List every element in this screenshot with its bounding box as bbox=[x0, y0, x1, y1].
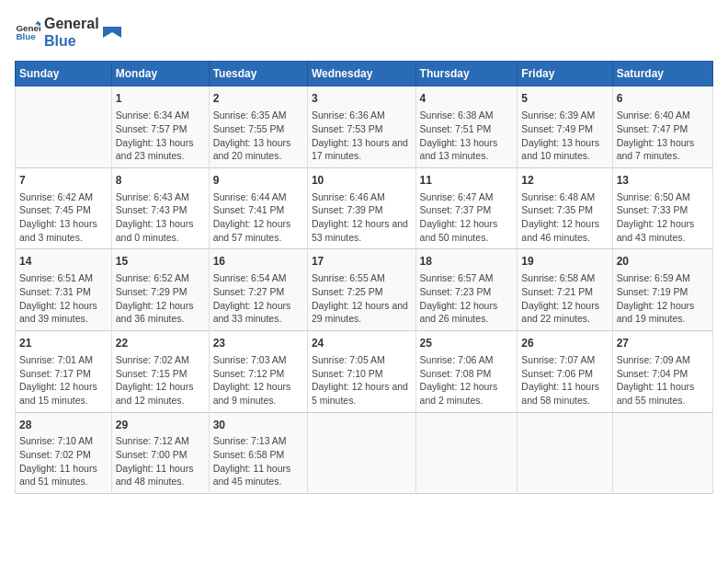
day-number: 5 bbox=[521, 91, 608, 107]
day-content: Sunrise: 7:10 AM Sunset: 7:02 PM Dayligh… bbox=[19, 434, 108, 488]
header-sunday: Sunday bbox=[16, 62, 112, 86]
day-content: Sunrise: 7:05 AM Sunset: 7:10 PM Dayligh… bbox=[312, 353, 412, 408]
day-content: Sunrise: 6:59 AM Sunset: 7:19 PM Dayligh… bbox=[617, 271, 709, 326]
calendar-cell: 5Sunrise: 6:39 AM Sunset: 7:49 PM Daylig… bbox=[518, 86, 612, 168]
day-number: 7 bbox=[19, 173, 108, 189]
logo-general: General bbox=[44, 15, 99, 32]
day-number: 24 bbox=[312, 336, 412, 351]
calendar-cell: 22Sunrise: 7:02 AM Sunset: 7:15 PM Dayli… bbox=[111, 331, 209, 413]
svg-text:Blue: Blue bbox=[16, 32, 36, 42]
day-number: 1 bbox=[116, 91, 205, 107]
day-number: 15 bbox=[116, 254, 205, 270]
day-number: 2 bbox=[213, 91, 303, 107]
calendar-cell: 23Sunrise: 7:03 AM Sunset: 7:12 PM Dayli… bbox=[209, 331, 307, 413]
day-content: Sunrise: 7:06 AM Sunset: 7:08 PM Dayligh… bbox=[420, 353, 514, 408]
calendar-cell: 3Sunrise: 6:36 AM Sunset: 7:53 PM Daylig… bbox=[307, 86, 415, 168]
day-content: Sunrise: 6:36 AM Sunset: 7:53 PM Dayligh… bbox=[312, 109, 412, 163]
calendar-cell: 16Sunrise: 6:54 AM Sunset: 7:27 PM Dayli… bbox=[209, 249, 307, 331]
day-number: 9 bbox=[213, 173, 303, 189]
day-content: Sunrise: 6:48 AM Sunset: 7:35 PM Dayligh… bbox=[521, 190, 608, 245]
day-number: 26 bbox=[521, 336, 608, 351]
calendar-cell: 15Sunrise: 6:52 AM Sunset: 7:29 PM Dayli… bbox=[111, 249, 209, 331]
calendar-cell: 14Sunrise: 6:51 AM Sunset: 7:31 PM Dayli… bbox=[16, 249, 112, 331]
calendar-cell: 24Sunrise: 7:05 AM Sunset: 7:10 PM Dayli… bbox=[307, 331, 415, 413]
day-number: 18 bbox=[420, 254, 514, 270]
day-content: Sunrise: 6:38 AM Sunset: 7:51 PM Dayligh… bbox=[420, 109, 514, 163]
day-number: 16 bbox=[213, 254, 303, 270]
calendar-cell: 1Sunrise: 6:34 AM Sunset: 7:57 PM Daylig… bbox=[111, 86, 209, 168]
day-number: 27 bbox=[617, 336, 709, 351]
day-content: Sunrise: 6:51 AM Sunset: 7:31 PM Dayligh… bbox=[19, 271, 108, 326]
calendar-cell: 28Sunrise: 7:10 AM Sunset: 7:02 PM Dayli… bbox=[16, 412, 112, 494]
day-content: Sunrise: 7:03 AM Sunset: 7:12 PM Dayligh… bbox=[213, 353, 303, 408]
calendar-cell: 26Sunrise: 7:07 AM Sunset: 7:06 PM Dayli… bbox=[518, 331, 612, 413]
calendar-cell bbox=[307, 412, 415, 494]
day-number: 6 bbox=[617, 91, 709, 107]
day-content: Sunrise: 6:35 AM Sunset: 7:55 PM Dayligh… bbox=[213, 109, 303, 163]
day-number: 19 bbox=[521, 254, 608, 270]
calendar-cell: 7Sunrise: 6:42 AM Sunset: 7:45 PM Daylig… bbox=[16, 167, 112, 249]
calendar-cell bbox=[612, 412, 712, 494]
day-content: Sunrise: 7:09 AM Sunset: 7:04 PM Dayligh… bbox=[617, 353, 709, 408]
day-content: Sunrise: 6:39 AM Sunset: 7:49 PM Dayligh… bbox=[521, 109, 608, 163]
calendar-cell bbox=[518, 412, 612, 494]
svg-marker-4 bbox=[103, 27, 121, 38]
calendar-cell: 20Sunrise: 6:59 AM Sunset: 7:19 PM Dayli… bbox=[612, 249, 712, 331]
calendar-cell: 29Sunrise: 7:12 AM Sunset: 7:00 PM Dayli… bbox=[111, 412, 209, 494]
calendar-cell: 6Sunrise: 6:40 AM Sunset: 7:47 PM Daylig… bbox=[612, 86, 712, 168]
calendar-cell: 2Sunrise: 6:35 AM Sunset: 7:55 PM Daylig… bbox=[209, 86, 307, 168]
day-content: Sunrise: 6:47 AM Sunset: 7:37 PM Dayligh… bbox=[420, 190, 514, 245]
day-number: 3 bbox=[312, 91, 412, 107]
header-wednesday: Wednesday bbox=[307, 62, 415, 86]
day-content: Sunrise: 6:40 AM Sunset: 7:47 PM Dayligh… bbox=[617, 109, 709, 163]
day-content: Sunrise: 6:46 AM Sunset: 7:39 PM Dayligh… bbox=[312, 190, 412, 245]
calendar-cell: 27Sunrise: 7:09 AM Sunset: 7:04 PM Dayli… bbox=[612, 331, 712, 413]
header-thursday: Thursday bbox=[415, 62, 518, 86]
day-content: Sunrise: 6:57 AM Sunset: 7:23 PM Dayligh… bbox=[420, 271, 514, 326]
calendar-week-row: 1Sunrise: 6:34 AM Sunset: 7:57 PM Daylig… bbox=[16, 86, 713, 168]
day-content: Sunrise: 6:54 AM Sunset: 7:27 PM Dayligh… bbox=[213, 271, 303, 326]
calendar-cell: 18Sunrise: 6:57 AM Sunset: 7:23 PM Dayli… bbox=[415, 249, 518, 331]
calendar-cell: 8Sunrise: 6:43 AM Sunset: 7:43 PM Daylig… bbox=[111, 167, 209, 249]
day-number: 28 bbox=[19, 418, 108, 433]
calendar-cell: 21Sunrise: 7:01 AM Sunset: 7:17 PM Dayli… bbox=[16, 331, 112, 413]
day-content: Sunrise: 6:44 AM Sunset: 7:41 PM Dayligh… bbox=[213, 190, 303, 245]
day-number: 14 bbox=[19, 254, 108, 270]
day-number: 29 bbox=[116, 418, 205, 433]
calendar-cell: 13Sunrise: 6:50 AM Sunset: 7:33 PM Dayli… bbox=[612, 167, 712, 249]
day-content: Sunrise: 7:02 AM Sunset: 7:15 PM Dayligh… bbox=[116, 353, 205, 408]
header-monday: Monday bbox=[111, 62, 209, 86]
day-content: Sunrise: 7:12 AM Sunset: 7:00 PM Dayligh… bbox=[116, 434, 205, 488]
day-number: 8 bbox=[116, 173, 205, 189]
day-number: 10 bbox=[312, 173, 412, 189]
calendar-cell: 25Sunrise: 7:06 AM Sunset: 7:08 PM Dayli… bbox=[415, 331, 518, 413]
header-saturday: Saturday bbox=[612, 62, 712, 86]
day-content: Sunrise: 6:42 AM Sunset: 7:45 PM Dayligh… bbox=[19, 190, 108, 245]
day-content: Sunrise: 6:58 AM Sunset: 7:21 PM Dayligh… bbox=[521, 271, 608, 326]
logo-icon: General Blue bbox=[15, 19, 40, 45]
calendar-cell bbox=[415, 412, 518, 494]
calendar-cell: 4Sunrise: 6:38 AM Sunset: 7:51 PM Daylig… bbox=[415, 86, 518, 168]
calendar-week-row: 28Sunrise: 7:10 AM Sunset: 7:02 PM Dayli… bbox=[16, 412, 713, 494]
day-number: 12 bbox=[521, 173, 608, 189]
calendar-header-row: SundayMondayTuesdayWednesdayThursdayFrid… bbox=[16, 62, 713, 86]
calendar-cell: 11Sunrise: 6:47 AM Sunset: 7:37 PM Dayli… bbox=[415, 167, 518, 249]
day-number: 13 bbox=[617, 173, 709, 189]
header-friday: Friday bbox=[518, 62, 612, 86]
calendar-cell: 10Sunrise: 6:46 AM Sunset: 7:39 PM Dayli… bbox=[307, 167, 415, 249]
day-number: 22 bbox=[116, 336, 205, 351]
day-content: Sunrise: 6:34 AM Sunset: 7:57 PM Dayligh… bbox=[116, 109, 205, 163]
day-content: Sunrise: 7:13 AM Sunset: 6:58 PM Dayligh… bbox=[213, 434, 303, 488]
calendar-week-row: 14Sunrise: 6:51 AM Sunset: 7:31 PM Dayli… bbox=[16, 249, 713, 331]
logo-chevron-icon bbox=[103, 23, 121, 41]
day-number: 25 bbox=[420, 336, 514, 351]
day-content: Sunrise: 6:50 AM Sunset: 7:33 PM Dayligh… bbox=[617, 190, 709, 245]
calendar-cell: 9Sunrise: 6:44 AM Sunset: 7:41 PM Daylig… bbox=[209, 167, 307, 249]
day-number: 4 bbox=[420, 91, 514, 107]
calendar-cell bbox=[16, 86, 112, 168]
day-number: 20 bbox=[617, 254, 709, 270]
day-number: 21 bbox=[19, 336, 108, 351]
day-number: 11 bbox=[420, 173, 514, 189]
day-number: 23 bbox=[213, 336, 303, 351]
day-content: Sunrise: 7:07 AM Sunset: 7:06 PM Dayligh… bbox=[521, 353, 608, 408]
